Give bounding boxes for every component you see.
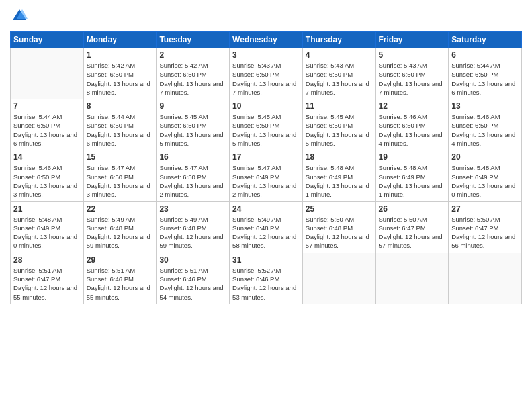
- day-info: Sunrise: 5:51 AMSunset: 6:46 PMDaylight:…: [87, 266, 154, 302]
- calendar-cell: 12Sunrise: 5:46 AMSunset: 6:50 PMDayligh…: [375, 99, 449, 150]
- day-info: Sunrise: 5:46 AMSunset: 6:50 PMDaylight:…: [13, 163, 81, 199]
- calendar-cell: 15Sunrise: 5:47 AMSunset: 6:50 PMDayligh…: [83, 150, 157, 201]
- calendar-cell: 25Sunrise: 5:50 AMSunset: 6:48 PMDayligh…: [302, 201, 375, 253]
- weekday-row: SundayMondayTuesdayWednesdayThursdayFrid…: [11, 32, 522, 48]
- day-info: Sunrise: 5:43 AMSunset: 6:50 PMDaylight:…: [379, 61, 446, 97]
- day-info: Sunrise: 5:50 AMSunset: 6:47 PMDaylight:…: [379, 215, 446, 250]
- weekday-header: Monday: [83, 32, 157, 48]
- calendar-cell: 18Sunrise: 5:48 AMSunset: 6:49 PMDayligh…: [302, 150, 375, 201]
- day-number: 24: [232, 204, 300, 214]
- day-info: Sunrise: 5:50 AMSunset: 6:47 PMDaylight:…: [451, 215, 519, 250]
- day-number: 8: [87, 101, 154, 111]
- day-number: 20: [451, 152, 519, 162]
- calendar-cell: 31Sunrise: 5:52 AMSunset: 6:46 PMDayligh…: [230, 253, 303, 304]
- day-number: 2: [159, 50, 226, 60]
- day-number: 28: [13, 255, 81, 265]
- calendar-body: 1Sunrise: 5:42 AMSunset: 6:50 PMDaylight…: [11, 48, 522, 304]
- weekday-header: Sunday: [11, 32, 84, 48]
- day-info: Sunrise: 5:46 AMSunset: 6:50 PMDaylight:…: [379, 112, 446, 148]
- day-info: Sunrise: 5:49 AMSunset: 6:48 PMDaylight:…: [159, 215, 226, 250]
- calendar-cell: 30Sunrise: 5:51 AMSunset: 6:46 PMDayligh…: [157, 253, 230, 304]
- day-number: 31: [232, 255, 300, 265]
- day-number: 23: [159, 204, 226, 214]
- day-number: 17: [232, 152, 300, 162]
- calendar-cell: 10Sunrise: 5:45 AMSunset: 6:50 PMDayligh…: [230, 99, 303, 150]
- day-number: 12: [379, 101, 446, 111]
- header: [10, 7, 522, 26]
- day-info: Sunrise: 5:42 AMSunset: 6:50 PMDaylight:…: [159, 61, 226, 97]
- day-number: 29: [87, 255, 154, 265]
- day-number: 19: [379, 152, 446, 162]
- day-info: Sunrise: 5:47 AMSunset: 6:50 PMDaylight:…: [159, 163, 226, 199]
- calendar-week-row: 14Sunrise: 5:46 AMSunset: 6:50 PMDayligh…: [11, 150, 522, 201]
- calendar-cell: 2Sunrise: 5:42 AMSunset: 6:50 PMDaylight…: [157, 48, 230, 99]
- day-number: 5: [379, 50, 446, 60]
- calendar-cell: 13Sunrise: 5:46 AMSunset: 6:50 PMDayligh…: [449, 99, 522, 150]
- day-info: Sunrise: 5:43 AMSunset: 6:50 PMDaylight:…: [232, 61, 300, 97]
- day-info: Sunrise: 5:47 AMSunset: 6:50 PMDaylight:…: [87, 163, 154, 199]
- day-info: Sunrise: 5:45 AMSunset: 6:50 PMDaylight:…: [306, 112, 373, 148]
- day-info: Sunrise: 5:48 AMSunset: 6:49 PMDaylight:…: [379, 163, 446, 199]
- day-info: Sunrise: 5:45 AMSunset: 6:50 PMDaylight:…: [159, 112, 226, 148]
- calendar-cell: 20Sunrise: 5:48 AMSunset: 6:49 PMDayligh…: [449, 150, 522, 201]
- day-number: 13: [451, 101, 519, 111]
- calendar-week-row: 21Sunrise: 5:48 AMSunset: 6:49 PMDayligh…: [11, 201, 522, 253]
- calendar-cell: 3Sunrise: 5:43 AMSunset: 6:50 PMDaylight…: [230, 48, 303, 99]
- calendar-cell: 14Sunrise: 5:46 AMSunset: 6:50 PMDayligh…: [11, 150, 84, 201]
- calendar-cell: 28Sunrise: 5:51 AMSunset: 6:47 PMDayligh…: [11, 253, 84, 304]
- day-number: 10: [232, 101, 300, 111]
- logo-icon: [10, 7, 29, 26]
- day-number: 21: [13, 204, 81, 214]
- calendar-cell: 17Sunrise: 5:47 AMSunset: 6:49 PMDayligh…: [230, 150, 303, 201]
- day-number: 1: [87, 50, 154, 60]
- day-number: 22: [87, 204, 154, 214]
- calendar-cell: 23Sunrise: 5:49 AMSunset: 6:48 PMDayligh…: [157, 201, 230, 253]
- day-info: Sunrise: 5:52 AMSunset: 6:46 PMDaylight:…: [232, 266, 300, 302]
- weekday-header: Wednesday: [230, 32, 303, 48]
- calendar-cell: 6Sunrise: 5:44 AMSunset: 6:50 PMDaylight…: [449, 48, 522, 99]
- calendar-week-row: 1Sunrise: 5:42 AMSunset: 6:50 PMDaylight…: [11, 48, 522, 99]
- calendar-cell: 24Sunrise: 5:49 AMSunset: 6:48 PMDayligh…: [230, 201, 303, 253]
- calendar-cell: 27Sunrise: 5:50 AMSunset: 6:47 PMDayligh…: [449, 201, 522, 253]
- day-number: 27: [451, 204, 519, 214]
- calendar-cell: [11, 48, 84, 99]
- calendar-cell: 16Sunrise: 5:47 AMSunset: 6:50 PMDayligh…: [157, 150, 230, 201]
- day-number: 3: [232, 50, 300, 60]
- day-info: Sunrise: 5:49 AMSunset: 6:48 PMDaylight:…: [87, 215, 154, 250]
- day-info: Sunrise: 5:44 AMSunset: 6:50 PMDaylight:…: [13, 112, 81, 148]
- day-info: Sunrise: 5:46 AMSunset: 6:50 PMDaylight:…: [451, 112, 519, 148]
- day-info: Sunrise: 5:43 AMSunset: 6:50 PMDaylight:…: [306, 61, 373, 97]
- calendar-week-row: 7Sunrise: 5:44 AMSunset: 6:50 PMDaylight…: [11, 99, 522, 150]
- calendar-cell: 8Sunrise: 5:44 AMSunset: 6:50 PMDaylight…: [83, 99, 157, 150]
- calendar-cell: 1Sunrise: 5:42 AMSunset: 6:50 PMDaylight…: [83, 48, 157, 99]
- calendar-cell: 11Sunrise: 5:45 AMSunset: 6:50 PMDayligh…: [302, 99, 375, 150]
- day-info: Sunrise: 5:48 AMSunset: 6:49 PMDaylight:…: [306, 163, 373, 199]
- day-info: Sunrise: 5:45 AMSunset: 6:50 PMDaylight:…: [232, 112, 300, 148]
- day-number: 4: [306, 50, 373, 60]
- day-info: Sunrise: 5:49 AMSunset: 6:48 PMDaylight:…: [232, 215, 300, 250]
- logo: [10, 7, 32, 26]
- calendar-cell: [375, 253, 449, 304]
- calendar-cell: 21Sunrise: 5:48 AMSunset: 6:49 PMDayligh…: [11, 201, 84, 253]
- day-number: 6: [451, 50, 519, 60]
- page: SundayMondayTuesdayWednesdayThursdayFrid…: [0, 0, 532, 411]
- day-info: Sunrise: 5:48 AMSunset: 6:49 PMDaylight:…: [13, 215, 81, 250]
- calendar-cell: 19Sunrise: 5:48 AMSunset: 6:49 PMDayligh…: [375, 150, 449, 201]
- weekday-header: Friday: [375, 32, 449, 48]
- day-number: 11: [306, 101, 373, 111]
- calendar-cell: [302, 253, 375, 304]
- weekday-header: Tuesday: [157, 32, 230, 48]
- day-info: Sunrise: 5:44 AMSunset: 6:50 PMDaylight:…: [451, 61, 519, 97]
- calendar-cell: 26Sunrise: 5:50 AMSunset: 6:47 PMDayligh…: [375, 201, 449, 253]
- calendar-week-row: 28Sunrise: 5:51 AMSunset: 6:47 PMDayligh…: [11, 253, 522, 304]
- calendar-header: SundayMondayTuesdayWednesdayThursdayFrid…: [11, 32, 522, 48]
- day-info: Sunrise: 5:44 AMSunset: 6:50 PMDaylight:…: [87, 112, 154, 148]
- calendar-cell: 29Sunrise: 5:51 AMSunset: 6:46 PMDayligh…: [83, 253, 157, 304]
- calendar-cell: 9Sunrise: 5:45 AMSunset: 6:50 PMDaylight…: [157, 99, 230, 150]
- calendar-cell: 7Sunrise: 5:44 AMSunset: 6:50 PMDaylight…: [11, 99, 84, 150]
- day-info: Sunrise: 5:51 AMSunset: 6:46 PMDaylight:…: [159, 266, 226, 302]
- day-info: Sunrise: 5:42 AMSunset: 6:50 PMDaylight:…: [87, 61, 154, 97]
- day-number: 7: [13, 101, 81, 111]
- day-info: Sunrise: 5:47 AMSunset: 6:49 PMDaylight:…: [232, 163, 300, 199]
- day-number: 14: [13, 152, 81, 162]
